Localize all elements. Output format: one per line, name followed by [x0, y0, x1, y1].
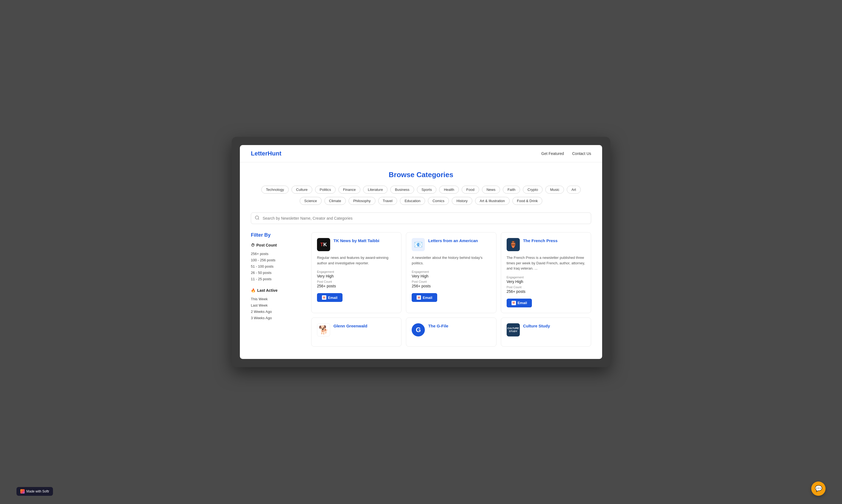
- filter-item-last-week[interactable]: Last Week: [251, 302, 303, 308]
- header: LetterHunt Get Featured Contact Us: [240, 145, 602, 162]
- chat-icon: 💬: [815, 485, 822, 492]
- card-title-glenn-greenwald[interactable]: Glenn Greenwald: [333, 323, 367, 329]
- card-description-tk-news: Regular news and features by award-winni…: [317, 255, 396, 266]
- post-count-value: 256+ posts: [506, 289, 585, 294]
- newsletter-card-g-file: G The G-File: [406, 318, 496, 347]
- category-tag-literature[interactable]: Literature: [363, 186, 388, 194]
- filter-last-active-title: 🔥 Last Active: [251, 288, 303, 292]
- newsletter-card-culture-study: CULTURESTUDY Culture Study: [501, 318, 591, 347]
- cards-grid: TK TK News by Matt Taibbi Regular news a…: [311, 232, 591, 347]
- category-tag-food-&-drink[interactable]: Food & Drink: [512, 197, 543, 205]
- card-title-g-file[interactable]: The G-File: [428, 323, 448, 329]
- softr-label: Made with Softr: [27, 489, 49, 493]
- card-title-culture-study[interactable]: Culture Study: [523, 323, 550, 329]
- post-count-label: Post Count: [506, 286, 585, 289]
- card-title-letters-from-american[interactable]: Letters from an American: [428, 238, 478, 244]
- category-tag-art-&-illustration[interactable]: Art & Illustration: [475, 197, 510, 205]
- filter-item-100-256[interactable]: 100 - 256 posts: [251, 257, 303, 263]
- category-tag-education[interactable]: Education: [400, 197, 425, 205]
- email-button-letters-from-american[interactable]: M Email: [412, 293, 437, 302]
- nav-contact-us[interactable]: Contact Us: [572, 151, 591, 156]
- page-wrapper: LetterHunt Get Featured Contact Us Brows…: [240, 145, 602, 359]
- category-tag-music[interactable]: Music: [545, 186, 564, 194]
- card-title-french-press[interactable]: The French Press: [523, 238, 558, 244]
- post-count-label: Post Count: [317, 280, 396, 283]
- card-post-count-tk-news: Post Count 256+ posts: [317, 280, 396, 288]
- filter-item-11-25[interactable]: 11 - 25 posts: [251, 276, 303, 282]
- card-post-count-french-press: Post Count 256+ posts: [506, 286, 585, 294]
- filter-item-2-weeks[interactable]: 2 Weeks Ago: [251, 308, 303, 315]
- softr-badge: Made with Softr: [16, 487, 53, 496]
- svg-point-0: [255, 216, 259, 219]
- chat-button[interactable]: 💬: [811, 482, 826, 496]
- newsletter-card-glenn-greenwald: 🐕 Glenn Greenwald: [311, 318, 401, 347]
- category-tag-technology[interactable]: Technology: [261, 186, 289, 194]
- card-logo-culture-study: CULTURESTUDY: [506, 323, 520, 337]
- card-engagement-tk-news: Engagement Very High: [317, 270, 396, 278]
- engagement-value: Very High: [317, 274, 396, 278]
- filter-item-3-weeks[interactable]: 3 Weeks Ago: [251, 315, 303, 321]
- category-tag-business[interactable]: Business: [390, 186, 414, 194]
- category-tag-health[interactable]: Health: [439, 186, 459, 194]
- card-title-tk-news[interactable]: TK News by Matt Taibbi: [333, 238, 379, 244]
- card-logo-letters-from-american: 📧: [412, 238, 425, 251]
- card-header-glenn-greenwald: 🐕 Glenn Greenwald: [317, 323, 396, 337]
- category-tag-sports[interactable]: Sports: [417, 186, 437, 194]
- card-header-letters-from-american: 📧 Letters from an American: [412, 238, 491, 251]
- nav-get-featured[interactable]: Get Featured: [541, 151, 564, 156]
- category-tag-politics[interactable]: Politics: [315, 186, 336, 194]
- card-description-french-press: The French Press is a newsletter publish…: [506, 255, 585, 271]
- engagement-label: Engagement: [317, 270, 396, 273]
- category-tag-crypto[interactable]: Crypto: [523, 186, 543, 194]
- card-engagement-french-press: Engagement Very High: [506, 275, 585, 284]
- softr-logo-icon: [20, 489, 25, 493]
- category-tag-comics[interactable]: Comics: [428, 197, 449, 205]
- category-tag-news[interactable]: News: [482, 186, 500, 194]
- filter-post-count-title: ⏱ Post Count: [251, 243, 303, 247]
- logo[interactable]: LetterHunt: [251, 150, 281, 157]
- card-logo-tk-news: TK: [317, 238, 330, 251]
- category-tag-science[interactable]: Science: [300, 197, 322, 205]
- browser-content: LetterHunt Get Featured Contact Us Brows…: [240, 145, 602, 359]
- newsletter-card-tk-news: TK TK News by Matt Taibbi Regular news a…: [311, 232, 401, 313]
- filter-last-active-section: 🔥 Last Active This Week Last Week 2 Week…: [251, 288, 303, 321]
- gmail-icon: M: [512, 301, 516, 305]
- category-tag-history[interactable]: History: [452, 197, 472, 205]
- post-count-value: 256+ posts: [412, 284, 491, 288]
- search-container: [251, 213, 591, 224]
- card-header-tk-news: TK TK News by Matt Taibbi: [317, 238, 396, 251]
- card-logo-g-file: G: [412, 323, 425, 337]
- search-icon: [255, 215, 260, 221]
- categories-row-2: ScienceClimatePhilosophyTravelEducationC…: [300, 197, 543, 205]
- search-input[interactable]: [251, 213, 591, 224]
- filter-item-this-week[interactable]: This Week: [251, 296, 303, 302]
- post-count-value: 256+ posts: [317, 284, 396, 288]
- filter-sidebar: Filter By ⏱ Post Count 256+ posts 100 - …: [251, 232, 303, 327]
- categories-row-1: TechnologyCulturePoliticsFinanceLiteratu…: [261, 186, 581, 194]
- category-tag-climate[interactable]: Climate: [324, 197, 346, 205]
- body-layout: Filter By ⏱ Post Count 256+ posts 100 - …: [251, 232, 591, 347]
- engagement-label: Engagement: [412, 270, 491, 273]
- category-tag-finance[interactable]: Finance: [338, 186, 360, 194]
- main-content: Browse Categories TechnologyCulturePolit…: [240, 162, 602, 355]
- filter-item-51-100[interactable]: 51 - 100 posts: [251, 263, 303, 270]
- gmail-icon: M: [322, 295, 326, 300]
- category-tag-art[interactable]: Art: [567, 186, 581, 194]
- card-header-g-file: G The G-File: [412, 323, 491, 337]
- post-count-label: Post Count: [412, 280, 491, 283]
- filter-item-26-50[interactable]: 26 - 50 posts: [251, 270, 303, 276]
- gmail-icon: M: [417, 295, 421, 300]
- filter-item-256[interactable]: 256+ posts: [251, 251, 303, 257]
- email-button-french-press[interactable]: M Email: [506, 299, 532, 307]
- card-header-french-press: 🏺 The French Press: [506, 238, 585, 251]
- category-tag-philosophy[interactable]: Philosophy: [348, 197, 375, 205]
- email-button-tk-news[interactable]: M Email: [317, 293, 343, 302]
- category-tag-faith[interactable]: Faith: [503, 186, 520, 194]
- card-logo-glenn-greenwald: 🐕: [317, 323, 330, 337]
- category-tag-travel[interactable]: Travel: [378, 197, 397, 205]
- category-tag-food[interactable]: Food: [462, 186, 479, 194]
- browser-frame: LetterHunt Get Featured Contact Us Brows…: [231, 137, 611, 367]
- browse-title: Browse Categories: [251, 170, 591, 179]
- engagement-value: Very High: [412, 274, 491, 278]
- category-tag-culture[interactable]: Culture: [291, 186, 312, 194]
